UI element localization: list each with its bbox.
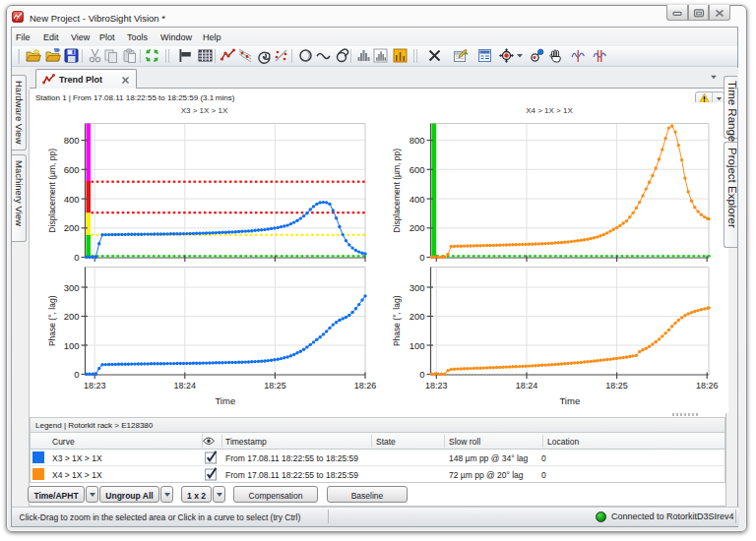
- svg-text:200: 200: [410, 222, 425, 233]
- svg-text:400: 400: [410, 194, 425, 205]
- svg-text:800: 800: [64, 135, 80, 146]
- svg-text:800: 800: [410, 135, 425, 146]
- svg-text:400: 400: [64, 194, 80, 205]
- svg-text:600: 600: [410, 164, 425, 175]
- svg-text:Displacement (µm, pp): Displacement (µm, pp): [393, 149, 403, 233]
- svg-text:18:25: 18:25: [264, 381, 286, 391]
- svg-text:300: 300: [64, 282, 80, 293]
- svg-text:18:25: 18:25: [605, 381, 628, 391]
- svg-text:18:23: 18:23: [84, 381, 106, 391]
- svg-text:200: 200: [64, 222, 80, 233]
- svg-text:0: 0: [419, 252, 424, 263]
- svg-text:18:26: 18:26: [354, 381, 377, 391]
- svg-text:Phase (°, lag): Phase (°, lag): [393, 295, 403, 346]
- svg-text:200: 200: [64, 311, 80, 322]
- svg-text:0: 0: [419, 369, 424, 380]
- svg-text:100: 100: [64, 340, 80, 351]
- svg-text:X4 > 1X > 1X: X4 > 1X > 1X: [526, 106, 573, 115]
- svg-text:Phase (°, lag): Phase (°, lag): [47, 295, 57, 346]
- svg-text:18:24: 18:24: [516, 381, 538, 391]
- svg-text:18:24: 18:24: [174, 381, 197, 391]
- svg-text:Time: Time: [215, 395, 235, 406]
- svg-text:X3 > 1X > 1X: X3 > 1X > 1X: [181, 106, 228, 115]
- svg-text:Displacement (µm, pp): Displacement (µm, pp): [47, 149, 57, 233]
- svg-text:100: 100: [410, 340, 425, 351]
- svg-text:200: 200: [410, 311, 425, 322]
- svg-text:18:26: 18:26: [696, 381, 719, 391]
- svg-text:300: 300: [410, 282, 425, 293]
- svg-text:600: 600: [64, 164, 80, 175]
- svg-text:0: 0: [74, 369, 79, 380]
- svg-text:0: 0: [74, 252, 79, 263]
- svg-text:18:23: 18:23: [425, 381, 448, 391]
- svg-text:Time: Time: [559, 395, 580, 406]
